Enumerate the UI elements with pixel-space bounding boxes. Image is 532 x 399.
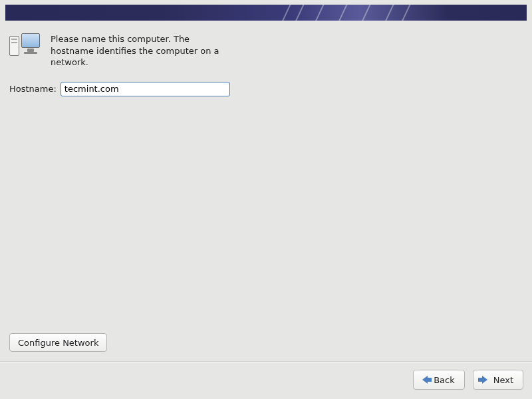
arrow-right-icon [479, 376, 491, 384]
next-button[interactable]: Next [473, 370, 523, 390]
installer-banner [5, 5, 527, 21]
computer-network-icon [9, 32, 43, 60]
back-label: Back [434, 375, 455, 385]
footer-separator [0, 361, 532, 362]
arrow-left-icon [419, 376, 431, 384]
intro-text: Please name this computer. The hostname … [51, 32, 223, 68]
configure-network-label: Configure Network [18, 338, 98, 348]
next-label: Next [493, 375, 513, 385]
configure-network-button[interactable]: Configure Network [9, 333, 107, 352]
back-button[interactable]: Back [413, 370, 465, 390]
hostname-label: Hostname: [9, 84, 57, 94]
hostname-input[interactable] [61, 82, 230, 96]
